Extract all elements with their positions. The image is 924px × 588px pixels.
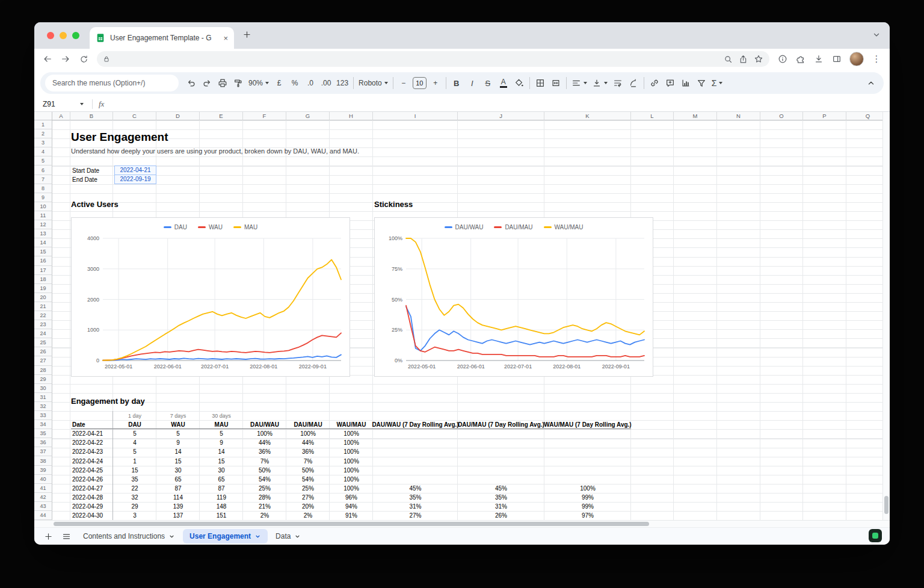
row-header-8[interactable]: 8 (34, 184, 52, 193)
row-header-30[interactable]: 30 (34, 384, 52, 393)
table-cell[interactable]: 26% (458, 511, 544, 520)
column-header-O[interactable]: O (760, 112, 803, 120)
table-cell[interactable]: 100% (243, 429, 286, 438)
row-header-19[interactable]: 19 (34, 284, 52, 293)
table-cell[interactable]: 100% (544, 484, 631, 493)
font-size-input[interactable]: 10 (413, 77, 427, 89)
table-cell[interactable]: 30 (156, 466, 200, 475)
strikethrough-button[interactable]: S (481, 75, 495, 91)
table-cell[interactable]: 54% (286, 475, 330, 484)
table-cell[interactable]: 100% (330, 456, 373, 465)
table-cell[interactable]: 2022-04-27 (71, 484, 113, 493)
zoom-window-button[interactable] (72, 32, 79, 39)
row-header-16[interactable]: 16 (34, 256, 52, 265)
table-cell[interactable]: 114 (156, 493, 200, 502)
table-cell[interactable]: 100% (330, 466, 373, 475)
table-cell[interactable] (458, 466, 544, 475)
column-header-D[interactable]: D (156, 112, 200, 120)
table-cell[interactable]: 31% (373, 502, 458, 511)
vertical-scrollbar[interactable] (882, 112, 890, 520)
table-cell[interactable]: 14 (200, 447, 243, 456)
row-header-11[interactable]: 11 (34, 211, 52, 220)
table-header-cell[interactable]: DAU/MAU (7 Day Rolling Avg.) (458, 420, 544, 429)
vertical-align-icon[interactable] (590, 75, 609, 91)
active-users-chart[interactable]: DAUWAUMAU 2022-05-012022-06-012022-07-01… (71, 217, 350, 377)
sheet-tab-data[interactable]: Data (269, 529, 307, 543)
info-circle-icon[interactable] (774, 51, 791, 67)
table-cell[interactable]: 2022-04-28 (71, 493, 113, 502)
table-cell[interactable]: 100% (330, 438, 373, 447)
table-cell[interactable]: 65 (156, 475, 200, 484)
table-cell[interactable]: 25% (286, 484, 330, 493)
add-sheet-icon[interactable] (40, 528, 56, 544)
table-cell[interactable]: 30 (200, 466, 243, 475)
table-cell[interactable] (373, 438, 458, 447)
row-header-12[interactable]: 12 (34, 220, 52, 229)
insert-chart-icon[interactable] (679, 75, 693, 91)
forward-icon[interactable] (57, 51, 74, 67)
share-icon[interactable] (739, 55, 748, 64)
table-header-cell[interactable]: DAU/WAU (7 Day Rolling Avg.) (373, 420, 458, 429)
row-header-7[interactable]: 7 (34, 175, 52, 184)
filter-icon[interactable] (694, 75, 709, 91)
sheet-tab-contents-and-instructions[interactable]: Contents and Instructions (76, 529, 182, 543)
table-cell[interactable]: 5 (156, 429, 200, 438)
row-header-25[interactable]: 25 (34, 338, 52, 347)
row-header-35[interactable]: 35 (34, 429, 52, 438)
table-cell[interactable]: 148 (200, 502, 243, 511)
table-header-cell[interactable]: DAU/MAU (286, 420, 330, 429)
column-header-I[interactable]: I (373, 112, 458, 120)
table-cell[interactable]: 35% (373, 493, 458, 502)
table-cell[interactable]: 3 (113, 511, 156, 520)
table-cell[interactable]: 31% (458, 502, 544, 511)
table-cell[interactable]: 32 (113, 493, 156, 502)
insert-link-icon[interactable] (647, 75, 662, 91)
row-header-24[interactable]: 24 (34, 329, 52, 338)
table-cell[interactable]: 99% (544, 493, 631, 502)
row-header-31[interactable]: 31 (34, 393, 52, 402)
table-cell[interactable]: 50% (286, 466, 330, 475)
table-cell[interactable] (458, 438, 544, 447)
horizontal-align-icon[interactable] (570, 75, 589, 91)
stickiness-chart[interactable]: DAU/WAUDAU/MAUWAU/MAU 2022-05-012022-06-… (374, 217, 653, 377)
profile-avatar[interactable] (849, 52, 864, 66)
fill-color-icon[interactable] (512, 75, 526, 91)
table-cell[interactable]: 9 (200, 438, 243, 447)
table-cell[interactable]: 22 (113, 484, 156, 493)
table-cell[interactable]: 5 (200, 429, 243, 438)
row-header-2[interactable]: 2 (34, 129, 52, 138)
redo-icon[interactable] (200, 75, 214, 91)
table-cell[interactable]: 45% (458, 484, 544, 493)
row-header-36[interactable]: 36 (34, 438, 52, 447)
menu-search-input[interactable]: Search the menus (Option+/) (45, 75, 179, 91)
increase-font-size-button[interactable]: + (428, 75, 443, 91)
table-cell[interactable]: 5 (113, 447, 156, 456)
table-cell[interactable] (458, 447, 544, 456)
reload-icon[interactable] (75, 51, 92, 67)
row-header-27[interactable]: 27 (34, 356, 52, 365)
insert-comment-icon[interactable] (663, 75, 677, 91)
browser-tab[interactable]: User Engagement Template - G × (90, 27, 234, 49)
table-cell[interactable] (458, 429, 544, 438)
table-cell[interactable]: 14 (156, 447, 200, 456)
table-header-cell[interactable]: WAU/MAU (7 Day Rolling Avg.) (544, 420, 631, 429)
table-cell[interactable] (544, 447, 631, 456)
table-cell[interactable]: 2022-04-23 (71, 447, 113, 456)
tab-search-chevron-icon[interactable] (872, 30, 881, 40)
table-period-cell[interactable] (373, 411, 458, 420)
table-cell[interactable]: 87 (200, 484, 243, 493)
column-header-A[interactable]: A (52, 112, 70, 120)
row-header-26[interactable]: 26 (34, 347, 52, 356)
table-cell[interactable]: 50% (243, 466, 286, 475)
table-cell[interactable]: 2022-04-24 (71, 456, 113, 465)
new-tab-button[interactable] (242, 30, 251, 39)
bookmark-star-icon[interactable] (754, 54, 763, 64)
column-header-G[interactable]: G (286, 112, 330, 120)
column-header-B[interactable]: B (70, 112, 113, 120)
text-rotation-icon[interactable] (626, 75, 641, 91)
row-header-20[interactable]: 20 (34, 293, 52, 302)
row-header-42[interactable]: 42 (34, 493, 52, 502)
table-cell[interactable]: 99% (544, 502, 631, 511)
row-header-17[interactable]: 17 (34, 266, 52, 275)
table-cell[interactable] (373, 447, 458, 456)
